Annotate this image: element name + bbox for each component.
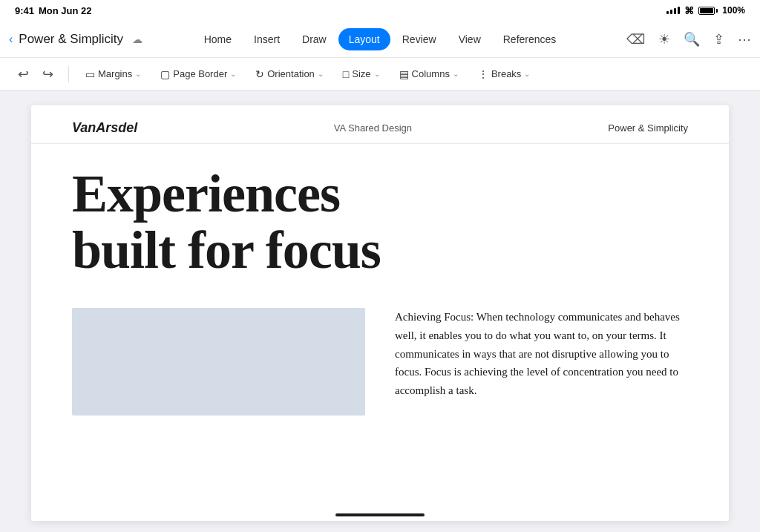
breaks-button[interactable]: ⋮ Breaks ⌄ bbox=[471, 65, 537, 84]
size-chevron: ⌄ bbox=[374, 70, 380, 78]
tab-references[interactable]: References bbox=[493, 28, 567, 50]
columns-chevron: ⌄ bbox=[453, 70, 459, 78]
body-text: Achieving Focus: When technology communi… bbox=[395, 308, 688, 400]
back-button[interactable]: ‹ bbox=[9, 33, 13, 46]
size-label: Size bbox=[352, 68, 370, 79]
size-button[interactable]: □ Size ⌄ bbox=[335, 65, 387, 84]
document-area: VanArsdel VA Shared Design Power & Simpl… bbox=[0, 91, 760, 532]
orientation-icon: ↻ bbox=[255, 68, 264, 80]
wifi-icon: ⌘ bbox=[684, 5, 694, 16]
orientation-button[interactable]: ↻ Orientation ⌄ bbox=[248, 65, 331, 84]
status-day: Mon Jun 22 bbox=[39, 5, 92, 16]
margins-icon: ▭ bbox=[85, 68, 95, 80]
share-icon[interactable]: ⇪ bbox=[713, 31, 724, 47]
battery-icon bbox=[698, 7, 718, 15]
breaks-label: Breaks bbox=[491, 68, 521, 79]
tab-view[interactable]: View bbox=[448, 28, 491, 50]
headline-line1: Experiences bbox=[72, 166, 688, 223]
breaks-icon: ⋮ bbox=[478, 68, 488, 80]
tab-home[interactable]: Home bbox=[194, 28, 242, 50]
signal-icon bbox=[666, 7, 680, 14]
margins-button[interactable]: ▭ Margins ⌄ bbox=[78, 65, 148, 84]
undo-button[interactable]: ↩ bbox=[15, 66, 32, 82]
lightbulb-icon[interactable]: ☀ bbox=[658, 31, 670, 47]
margins-label: Margins bbox=[98, 68, 132, 79]
tab-insert[interactable]: Insert bbox=[243, 28, 290, 50]
columns-label: Columns bbox=[412, 68, 450, 79]
tablet-icon[interactable]: ⌫ bbox=[626, 31, 645, 47]
scroll-indicator bbox=[335, 513, 425, 516]
format-toolbar: ↩ ↪ ▭ Margins ⌄ ▢ Page Border ⌄ ↻ Orient… bbox=[0, 58, 760, 91]
nav-tabs: Home Insert Draw Layout Review View Refe… bbox=[194, 28, 567, 50]
header-right-text: Power & Simplicity bbox=[608, 122, 688, 134]
tab-review[interactable]: Review bbox=[392, 28, 447, 50]
battery-label: 100% bbox=[722, 5, 745, 16]
header-center-text: VA Shared Design bbox=[334, 122, 412, 134]
document-title: Power & Simplicity bbox=[19, 32, 123, 47]
image-placeholder bbox=[72, 308, 365, 416]
tab-layout[interactable]: Layout bbox=[338, 28, 390, 50]
headline-line2: built for focus bbox=[72, 223, 688, 279]
size-icon: □ bbox=[343, 68, 349, 80]
page-content: Experiences built for focus Achieving Fo… bbox=[31, 144, 729, 438]
more-icon[interactable]: ⋯ bbox=[738, 31, 751, 47]
status-bar: 9:41 Mon Jun 22 ⌘ 100% bbox=[0, 0, 760, 21]
page-border-label: Page Border bbox=[173, 68, 227, 79]
margins-chevron: ⌄ bbox=[135, 70, 141, 78]
page-border-button[interactable]: ▢ Page Border ⌄ bbox=[153, 65, 243, 84]
page-border-chevron: ⌄ bbox=[230, 70, 236, 78]
document-headline: Experiences built for focus bbox=[72, 166, 688, 278]
tab-draw[interactable]: Draw bbox=[292, 28, 337, 50]
search-icon[interactable]: 🔍 bbox=[684, 31, 700, 47]
orientation-label: Orientation bbox=[267, 68, 315, 79]
redo-button[interactable]: ↪ bbox=[39, 66, 56, 82]
title-bar: ‹ Power & Simplicity ☁ Home Insert Draw … bbox=[0, 21, 760, 58]
page-border-icon: ▢ bbox=[160, 68, 170, 80]
status-time: 9:41 bbox=[15, 5, 34, 16]
page-header: VanArsdel VA Shared Design Power & Simpl… bbox=[31, 105, 729, 144]
cloud-icon: ☁ bbox=[132, 33, 142, 45]
columns-icon: ▤ bbox=[399, 68, 409, 80]
columns-button[interactable]: ▤ Columns ⌄ bbox=[392, 65, 466, 84]
document-page: VanArsdel VA Shared Design Power & Simpl… bbox=[31, 105, 729, 521]
orientation-chevron: ⌄ bbox=[318, 70, 324, 78]
breaks-chevron: ⌄ bbox=[524, 70, 530, 78]
logo-text: VanArsdel bbox=[72, 120, 137, 136]
content-grid: Achieving Focus: When technology communi… bbox=[72, 308, 688, 416]
